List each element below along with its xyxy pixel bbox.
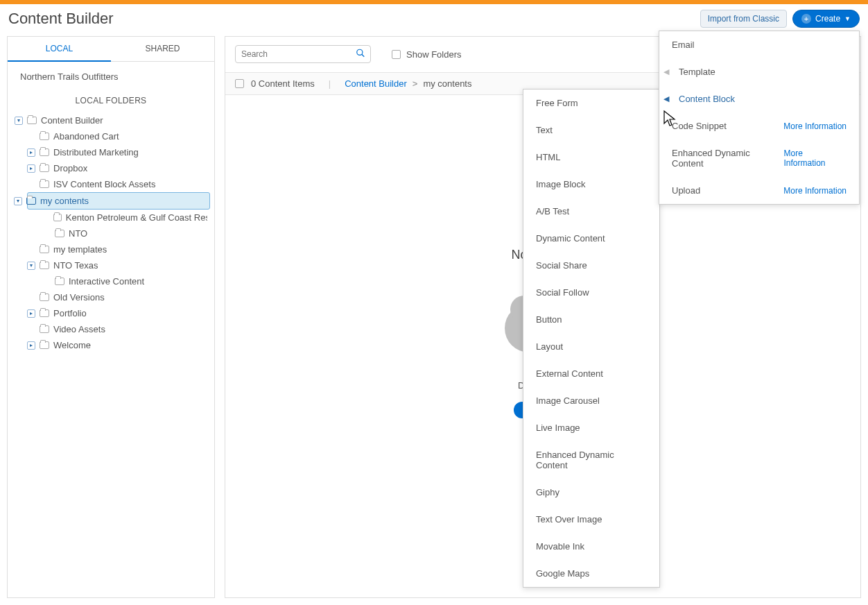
- tree-toggle-placeholder: [42, 214, 49, 222]
- breadcrumb: Content Builder > my contents: [345, 78, 471, 89]
- folder-label: Content Builder: [41, 115, 103, 126]
- folder-icon: [53, 214, 62, 221]
- tab-local[interactable]: LOCAL: [8, 37, 111, 62]
- folder-icon: [40, 164, 49, 172]
- folder-icon: [55, 278, 64, 285]
- dd-item-label: Live Image: [536, 423, 580, 433]
- tree-item-old-versions[interactable]: Old Versions: [12, 289, 210, 305]
- chevron-right-icon[interactable]: ▸: [27, 148, 35, 157]
- dd-item-label: HTML: [536, 152, 560, 162]
- dd-sub-giphy[interactable]: Giphy: [523, 479, 659, 506]
- dd-sub-image-block[interactable]: Image Block: [523, 171, 659, 198]
- dd-sub-text[interactable]: Text: [523, 117, 659, 144]
- workspace-name: Northern Trails Outfitters: [8, 62, 214, 92]
- dd-item-label: Image Carousel: [536, 395, 600, 406]
- more-information-link[interactable]: More Information: [783, 186, 847, 196]
- create-button-label: Create: [815, 14, 840, 24]
- search-icon[interactable]: [356, 49, 365, 60]
- dd-item-label: Social Follow: [536, 287, 589, 298]
- dd-sub-social-share[interactable]: Social Share: [523, 252, 659, 279]
- folder-label: Dropbox: [53, 163, 87, 173]
- folder-label: NTO: [69, 228, 87, 239]
- search-input[interactable]: [235, 45, 371, 63]
- dd-item-label: Movable Ink: [536, 541, 584, 552]
- dd-sub-social-follow[interactable]: Social Follow: [523, 279, 659, 306]
- dd-item-label: Upload: [672, 185, 700, 196]
- tree-toggle-placeholder: [27, 246, 35, 254]
- dd-item-upload[interactable]: Upload More Information: [659, 177, 859, 204]
- tree-item-my-contents[interactable]: ▾ my contents: [27, 192, 210, 210]
- tree-item-video-assets[interactable]: Video Assets: [12, 321, 210, 337]
- dd-item-label: Layout: [536, 341, 563, 352]
- import-from-classic-button[interactable]: Import from Classic: [700, 10, 787, 28]
- dd-item-label: Google Maps: [536, 568, 589, 579]
- dd-item-label: Enhanced Dynamic Content: [536, 450, 647, 470]
- dd-item-content-block[interactable]: ◀ Content Block: [659, 85, 859, 112]
- dd-sub-google-maps[interactable]: Google Maps: [523, 560, 659, 587]
- dd-item-code-snippet[interactable]: Code Snippet More Information: [659, 112, 859, 139]
- folder-label: Interactive Content: [69, 276, 144, 287]
- tree-item-distributed-marketing[interactable]: ▸ Distributed Marketing: [12, 144, 210, 160]
- tree-item-isv-content-block-assets[interactable]: ISV Content Block Assets: [12, 176, 210, 192]
- chevron-right-icon[interactable]: ▸: [27, 164, 35, 173]
- more-information-link[interactable]: More Information: [783, 121, 847, 131]
- dd-sub-live-image[interactable]: Live Image: [523, 414, 659, 441]
- dd-item-enhanced-dynamic-content[interactable]: Enhanced Dynamic Content More Informatio…: [659, 139, 859, 177]
- chevron-down-icon[interactable]: ▾: [14, 197, 22, 205]
- tree-item-nto-texas[interactable]: ▾ NTO Texas: [12, 257, 210, 273]
- dd-sub-ab-test[interactable]: A/B Test: [523, 198, 659, 225]
- tree-item-interactive-content[interactable]: Interactive Content: [12, 273, 210, 289]
- dd-item-label: Image Block: [536, 179, 586, 189]
- folder-label: Portfolio: [53, 308, 87, 318]
- tree-toggle-placeholder: [42, 230, 51, 238]
- dd-item-template[interactable]: ◀ Template: [659, 58, 859, 85]
- dd-sub-image-carousel[interactable]: Image Carousel: [523, 387, 659, 414]
- chevron-down-icon[interactable]: ▾: [27, 262, 35, 270]
- dd-item-email[interactable]: Email: [659, 31, 859, 58]
- tree-item-portfolio[interactable]: ▸ Portfolio: [12, 305, 210, 321]
- chevron-down-icon[interactable]: ▾: [15, 117, 23, 125]
- tree-item-kenton-petroleum[interactable]: Kenton Petroleum & Gulf Coast Resources: [12, 210, 210, 225]
- page-title: Content Builder: [8, 10, 114, 28]
- tree-item-welcome[interactable]: ▸ Welcome: [12, 337, 210, 353]
- tree-item-nto[interactable]: NTO: [12, 225, 210, 241]
- tree-item-dropbox[interactable]: ▸ Dropbox: [12, 160, 210, 176]
- tree-toggle-placeholder: [27, 293, 35, 302]
- plus-icon: +: [801, 14, 811, 24]
- create-button[interactable]: + Create ▼: [792, 10, 860, 28]
- dd-sub-html[interactable]: HTML: [523, 144, 659, 171]
- dd-sub-button[interactable]: Button: [523, 306, 659, 333]
- tree-root[interactable]: ▾ Content Builder: [12, 112, 210, 128]
- dd-sub-enhanced-dynamic-content[interactable]: Enhanced Dynamic Content: [523, 441, 659, 479]
- tree-item-abandoned-cart[interactable]: Abandoned Cart: [12, 128, 210, 144]
- dd-item-label: Dynamic Content: [536, 233, 605, 244]
- dd-sub-external-content[interactable]: External Content: [523, 360, 659, 387]
- dd-sub-free-form[interactable]: Free Form: [523, 90, 659, 117]
- dd-item-label: Content Block: [679, 94, 735, 104]
- dd-sub-layout[interactable]: Layout: [523, 333, 659, 360]
- folder-label: Abandoned Cart: [53, 131, 119, 142]
- folder-icon: [40, 309, 49, 317]
- breadcrumb-root-link[interactable]: Content Builder: [345, 78, 407, 89]
- select-all-checkbox[interactable]: [235, 79, 244, 88]
- content-block-submenu: Free Form Text HTML Image Block A/B Test…: [523, 89, 660, 588]
- tree-toggle-placeholder: [27, 180, 35, 189]
- tree-item-my-templates[interactable]: my templates: [12, 241, 210, 257]
- dd-sub-movable-ink[interactable]: Movable Ink: [523, 533, 659, 560]
- checkbox-icon[interactable]: [392, 50, 401, 59]
- show-folders-toggle[interactable]: Show Folders: [392, 49, 461, 60]
- dd-sub-dynamic-content[interactable]: Dynamic Content: [523, 225, 659, 252]
- dd-sub-text-over-image[interactable]: Text Over Image: [523, 506, 659, 533]
- folder-icon: [40, 293, 49, 301]
- chevron-right-icon[interactable]: ▸: [27, 309, 35, 318]
- more-information-link[interactable]: More Information: [784, 148, 847, 168]
- tab-shared[interactable]: SHARED: [111, 37, 214, 62]
- folder-icon: [40, 341, 49, 349]
- folder-open-icon: [26, 197, 36, 205]
- folder-icon: [40, 180, 49, 188]
- chevron-right-icon[interactable]: ▸: [27, 341, 35, 350]
- svg-point-0: [357, 49, 363, 55]
- submenu-arrow-left-icon: ◀: [663, 67, 669, 76]
- content-count: 0 Content Items: [251, 78, 315, 89]
- folder-icon: [27, 117, 37, 124]
